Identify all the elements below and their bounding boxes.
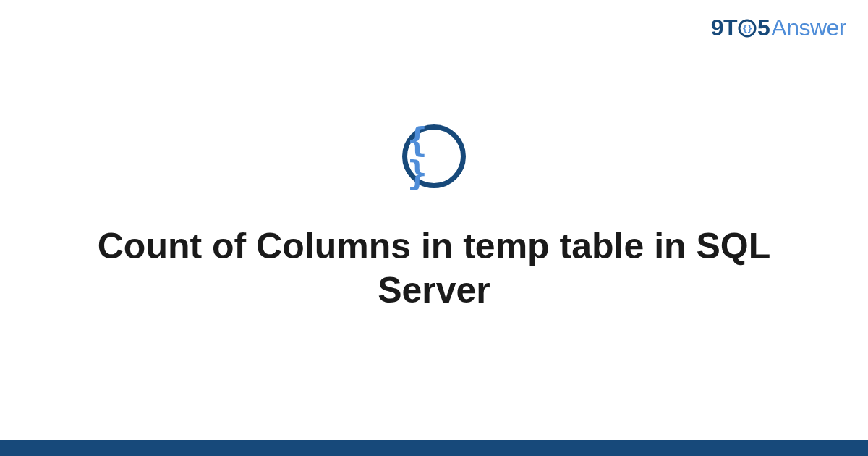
footer-bar (0, 440, 868, 456)
main-content: { } Count of Columns in temp table in SQ… (0, 124, 868, 313)
logo-nine: 9 (711, 14, 723, 41)
logo-o-icon: {} (738, 19, 757, 38)
svg-text:{}: {} (742, 24, 752, 34)
site-logo: 9 T {} 5 Answer (711, 14, 846, 41)
logo-t: T (723, 14, 737, 41)
code-braces-icon: { } (402, 124, 466, 188)
logo-answer: Answer (771, 14, 846, 41)
logo-five: 5 (757, 14, 770, 41)
page-title: Count of Columns in temp table in SQL Se… (72, 224, 796, 313)
braces-glyph: { } (407, 123, 461, 190)
